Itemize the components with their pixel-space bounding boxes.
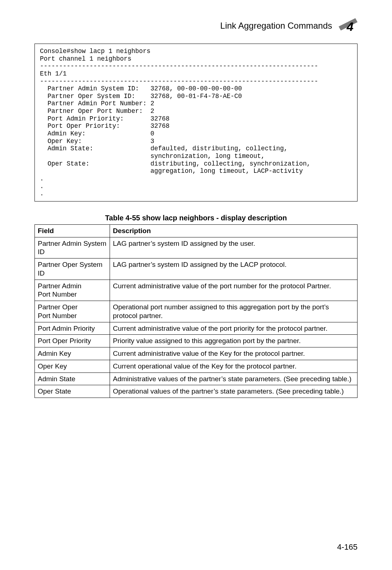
console-line: Console#show lacp 1 neighbors [40, 48, 151, 55]
desc-cell: Current administrative value of the port… [110, 280, 358, 301]
section-title: Link Aggregation Commands [220, 21, 332, 31]
table-row: Port Admin Priority Current administrati… [35, 322, 358, 335]
console-line: aggregation, long timeout, LACP-activity [40, 167, 303, 175]
desc-cell: Operational values of the partner’s stat… [110, 385, 358, 398]
console-line: ----------------------------------------… [40, 78, 318, 85]
field-cell: Partner Admin System ID [35, 237, 110, 258]
desc-cell: Administrative values of the partner’s s… [110, 372, 358, 385]
page: Link Aggregation Commands 4 Console#show… [0, 0, 392, 570]
table-caption: Table 4-55 show lacp neighbors - display… [34, 214, 358, 222]
console-line: Partner Admin Port Number: 2 [40, 100, 154, 107]
desc-cell: Current administrative value of the port… [110, 322, 358, 335]
chapter-number: 4 [346, 20, 354, 33]
console-line: Partner Oper System ID: 32768, 00-01-F4-… [40, 93, 242, 100]
page-header: Link Aggregation Commands 4 [34, 18, 358, 33]
table-row: Oper State Operational values of the par… [35, 385, 358, 398]
table-row: Port Oper Priority Priority value assign… [35, 335, 358, 347]
console-line: Port channel 1 neighbors [40, 55, 131, 62]
console-line: ----------------------------------------… [40, 62, 318, 70]
field-cell: Port Oper Priority [35, 335, 110, 347]
console-line: Eth 1/1 [40, 70, 67, 77]
field-cell: Partner AdminPort Number [35, 280, 110, 301]
console-line: Port Admin Priority: 32768 [40, 115, 170, 122]
field-cell: Port Admin Priority [35, 322, 110, 335]
console-line: Partner Admin System ID: 32768, 00-00-00… [40, 85, 242, 92]
table-row: Partner OperPort Number Operational port… [35, 301, 358, 322]
desc-cell: Operational port number assigned to this… [110, 301, 358, 322]
console-line: synchronization, long timeout, [40, 152, 265, 160]
table-row: Partner Admin System ID LAG partner’s sy… [35, 237, 358, 258]
table-header-description: Description [110, 224, 358, 237]
desc-cell: LAG partner’s system ID assigned by the … [110, 258, 358, 280]
table-row: Admin Key Current administrative value o… [35, 347, 358, 360]
table-row: Partner AdminPort Number Current adminis… [35, 280, 358, 301]
desc-cell: Current administrative value of the Key … [110, 347, 358, 360]
field-cell: Partner OperPort Number [35, 301, 110, 322]
page-number: 4-165 [337, 542, 358, 552]
field-cell: Admin Key [35, 347, 110, 360]
desc-cell: LAG partner’s system ID assigned by the … [110, 237, 358, 258]
chapter-number-icon: 4 [339, 18, 358, 33]
vertical-ellipsis-icon: . . . [40, 175, 44, 197]
desc-cell: Current operational value of the Key for… [110, 360, 358, 372]
table-row: Oper Key Current operational value of th… [35, 360, 358, 372]
table-row: Partner Oper System ID LAG partner’s sys… [35, 258, 358, 280]
field-cell: Partner Oper System ID [35, 258, 110, 280]
console-line: Oper Key: 3 [40, 138, 154, 145]
table-row: Admin State Administrative values of the… [35, 372, 358, 385]
table-header-row: Field Description [35, 224, 358, 237]
console-output: Console#show lacp 1 neighbors Port chann… [34, 44, 358, 201]
console-line: Admin Key: 0 [40, 130, 154, 137]
field-cell: Oper Key [35, 360, 110, 372]
console-line: Oper State: distributing, collecting, sy… [40, 160, 311, 167]
table-header-field: Field [35, 224, 110, 237]
console-line: Partner Oper Port Number: 2 [40, 107, 154, 115]
desc-cell: Priority value assigned to this aggregat… [110, 335, 358, 347]
description-table: Field Description Partner Admin System I… [34, 224, 358, 398]
console-line: Port Oper Priority: 32768 [40, 122, 170, 130]
field-cell: Admin State [35, 372, 110, 385]
field-cell: Oper State [35, 385, 110, 398]
console-line: Admin State: defaulted, distributing, co… [40, 145, 288, 152]
